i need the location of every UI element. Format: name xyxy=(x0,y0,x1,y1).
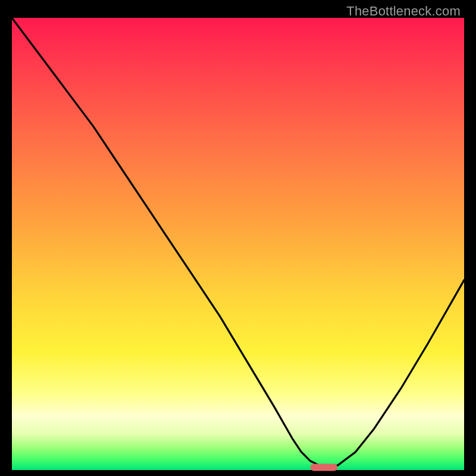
chart-overlay xyxy=(12,18,464,470)
bottleneck-curve xyxy=(12,18,464,465)
watermark-text: TheBottleneck.com xyxy=(346,4,461,19)
optimum-marker xyxy=(311,464,338,471)
chart-frame xyxy=(12,18,464,470)
